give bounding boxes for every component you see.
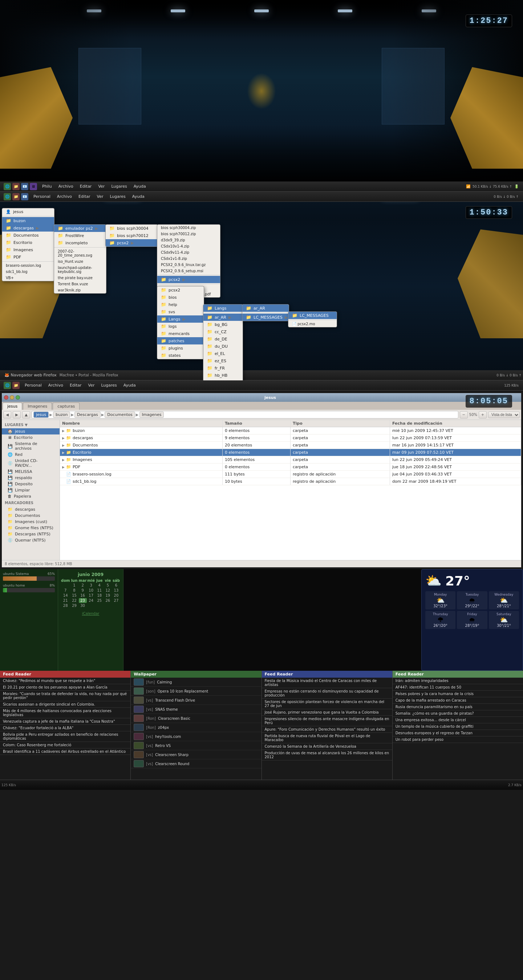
news-item-4-9[interactable]: Desnudos europeos y el regreso de Tarzan bbox=[392, 730, 523, 737]
sidebar-gnome-files[interactable]: 📁Gnome files (NTFS) bbox=[2, 525, 59, 531]
news-item-4-10[interactable]: Un robot para perder peso bbox=[392, 737, 523, 743]
desc-frostwire[interactable]: 📁FrostWire bbox=[54, 232, 106, 239]
fm-brasero[interactable]: brasero-session.log bbox=[2, 262, 54, 269]
desc-lp[interactable]: launchpad-update-keybublic.sig bbox=[54, 265, 106, 275]
tab-jesus[interactable]: jesus bbox=[3, 402, 22, 410]
path-imagenes[interactable]: Imagenes bbox=[139, 412, 164, 418]
news-item-1-1[interactable]: Chávez: "Pedimos al mundo que se respete… bbox=[0, 678, 131, 684]
menu-ver[interactable]: Ver bbox=[95, 183, 107, 189]
p-d3dx[interactable]: d3dx9_39.zip bbox=[157, 237, 220, 243]
wp-item-8[interactable]: [vs]Retro VS bbox=[131, 741, 261, 750]
sidebar-escritorio[interactable]: 🖥Escritorio bbox=[2, 434, 59, 441]
lang-header[interactable]: 📁Langs bbox=[203, 304, 242, 312]
news-item-3-1[interactable]: Fiesta de la Música invadió el Centro de… bbox=[262, 678, 392, 688]
desc-torrent[interactable]: Torrent Box.vuze bbox=[54, 281, 106, 287]
news-item-4-8[interactable]: Un templo de la música cubierto de graff… bbox=[392, 723, 523, 730]
cal-19[interactable]: 19 bbox=[104, 593, 112, 598]
desc-emulador[interactable]: 📁emulador ps2 ▶ bbox=[54, 225, 106, 232]
p-bios70[interactable]: bios scph70012.zip bbox=[157, 231, 220, 237]
btn-back[interactable]: ◀ bbox=[3, 411, 11, 418]
menu3-ayuda[interactable]: Ayuda bbox=[121, 382, 139, 388]
wp-item-7[interactable]: [vs]hey!tools.com bbox=[131, 732, 261, 741]
fm-user[interactable]: 👤 jesus bbox=[2, 208, 54, 215]
btn-forward[interactable]: ▶ bbox=[13, 411, 21, 418]
firefox-taskbar-btn[interactable]: 🦊 Navegador web Firefox bbox=[2, 373, 59, 377]
ps-langs[interactable]: 📁Langs▶ bbox=[157, 315, 204, 323]
desc-2007[interactable]: 2007-02-20_time_zones.svg bbox=[54, 248, 106, 258]
cal-16[interactable]: 16 bbox=[79, 593, 87, 598]
p-linux[interactable]: PCSX2_0.9.6_linux.tar.gz bbox=[157, 262, 220, 268]
menu2-ver[interactable]: Ver bbox=[94, 194, 106, 200]
p-pcsx2folder[interactable]: 📁pcsx2 ▶ bbox=[157, 276, 220, 283]
icalendar-text[interactable]: iCalendar bbox=[82, 612, 99, 616]
menu3-archivo[interactable]: Archivo bbox=[45, 382, 66, 388]
file-row-brasero[interactable]: ▶ 📄 brasero-session.log 111 bytes regist… bbox=[60, 471, 521, 478]
cal-10[interactable]: 10 bbox=[87, 588, 95, 593]
news-item-1-4[interactable]: Sicarios asesinan a dirigente sindical e… bbox=[0, 701, 131, 708]
file-row-sdc1[interactable]: ▶ 📄 sdc1_bb.log 10 bytes registro de apl… bbox=[60, 478, 521, 485]
ps-memcards[interactable]: 📁memcards bbox=[157, 330, 204, 337]
news-item-3-7[interactable]: Partida busca de nueva ruta fluvial de P… bbox=[262, 733, 392, 743]
path-buzon[interactable]: buzon bbox=[53, 412, 70, 418]
news-item-1-2[interactable]: El 20.21 por ciento de los peruanos apoy… bbox=[0, 684, 131, 691]
news-item-1-9[interactable]: Colom: Caso Rosenberg me fortaleció bbox=[0, 742, 131, 748]
app-icon-1[interactable]: 🌐 bbox=[4, 183, 11, 190]
fm-imagenes[interactable]: 📁Imagenes bbox=[2, 246, 54, 253]
p-msi[interactable]: PCSX2_0.9.6_setup.msi bbox=[157, 268, 220, 274]
wp-item-10[interactable]: [vs]Clearscreen Round bbox=[131, 759, 261, 768]
app-icon-3[interactable]: 📧 bbox=[21, 183, 28, 190]
sidebar-descargas[interactable]: 📁descargas bbox=[2, 506, 59, 512]
cal-21[interactable]: 21 bbox=[61, 598, 70, 603]
wp-item-4[interactable]: [vs]SNAS theme bbox=[131, 705, 261, 714]
lang-hb[interactable]: 📁hb_HB bbox=[203, 372, 242, 379]
menu-archivo[interactable]: Archivo bbox=[56, 183, 76, 189]
col-tipo[interactable]: Tipo bbox=[290, 420, 390, 427]
p-csdx1[interactable]: CSdx1v1-8.zip bbox=[157, 256, 220, 262]
sidebar-descargas-ntfs[interactable]: 📁Descargas (NTFS) bbox=[2, 531, 59, 537]
app-icon-2[interactable]: 📁 bbox=[12, 183, 20, 190]
lang-du[interactable]: 📁du_DU bbox=[203, 343, 242, 350]
news-item-4-6[interactable]: Somalia: ¿cómo es una guardia de piratas… bbox=[392, 710, 523, 717]
desc-iso[interactable]: iso_Hunt.vuze bbox=[54, 258, 106, 265]
ps-bios[interactable]: 📁bios bbox=[157, 294, 204, 301]
cal-25[interactable]: 25 bbox=[96, 598, 104, 603]
btn-up[interactable]: ▲ bbox=[22, 411, 30, 418]
news-item-4-3[interactable]: Países pobres y la cara humana de la cri… bbox=[392, 691, 523, 697]
sidebar-cdrom[interactable]: 💿Unidad CD-RW/DV... bbox=[2, 458, 59, 469]
cal-2[interactable]: 2 bbox=[79, 583, 87, 588]
taskbar2-icon1[interactable]: 🌐 bbox=[4, 193, 11, 200]
path-documentos[interactable]: Documentos bbox=[105, 412, 135, 418]
taskbar2-icon2[interactable]: 📁 bbox=[12, 193, 20, 200]
cal-11[interactable]: 11 bbox=[96, 588, 104, 593]
cal-27[interactable]: 27 bbox=[112, 598, 120, 603]
cal-18[interactable]: 18 bbox=[96, 593, 104, 598]
btn-max-nautilus[interactable] bbox=[16, 395, 20, 399]
p-csdx9[interactable]: CSdx9v11-4.zip bbox=[157, 249, 220, 256]
btn-min-nautilus[interactable] bbox=[10, 395, 14, 399]
path-jesus[interactable]: jesus bbox=[33, 412, 49, 418]
menu3-personal[interactable]: Personal bbox=[22, 382, 45, 388]
wp-item-6[interactable]: [Ron]z04px bbox=[131, 723, 261, 732]
file-row-pdf[interactable]: ▶ 📁 PDF 0 elementos carpeta jue 18 jun 2… bbox=[60, 463, 521, 471]
cal-5[interactable]: 5 bbox=[104, 583, 112, 588]
ps-plugins[interactable]: 📁plugins bbox=[157, 344, 204, 352]
lang-de[interactable]: 📁de_DE bbox=[203, 336, 242, 343]
menu3-ver[interactable]: Ver bbox=[85, 382, 97, 388]
ps-help[interactable]: 📁help bbox=[157, 301, 204, 308]
cal-26[interactable]: 26 bbox=[104, 598, 112, 603]
file-row-descargas[interactable]: ▶ 📁 descargas 9 elementos carpeta lun 22… bbox=[60, 434, 521, 442]
sidebar-quemar[interactable]: 💿Quemar (NTFS) bbox=[2, 537, 59, 543]
lang-bg[interactable]: 📁bg_BG bbox=[203, 321, 242, 328]
news-item-3-2[interactable]: Empresas no están cerrando ni disminuyen… bbox=[262, 688, 392, 699]
sidebar-melissa[interactable]: 💾MELISSA bbox=[2, 469, 59, 475]
menu-lugares[interactable]: Lugares bbox=[108, 183, 130, 189]
news-item-3-8[interactable]: Comenzó la Semana de la Artillería de Ve… bbox=[262, 743, 392, 750]
lc-pcsx2mo[interactable]: 📄 pcsx2.mo bbox=[289, 321, 337, 327]
desc-war[interactable]: war3knik.zip bbox=[54, 287, 106, 293]
news-item-3-9[interactable]: Producción de uvas de mesa al alcanzará … bbox=[262, 750, 392, 760]
menu2-personal[interactable]: Personal bbox=[30, 194, 53, 200]
btn-close-nautilus[interactable] bbox=[4, 395, 8, 399]
cal-29[interactable]: 29 bbox=[70, 603, 78, 608]
taskbar3-icon2[interactable]: 📁 bbox=[12, 382, 20, 389]
tab-imagenes[interactable]: Imagenes bbox=[23, 402, 52, 410]
